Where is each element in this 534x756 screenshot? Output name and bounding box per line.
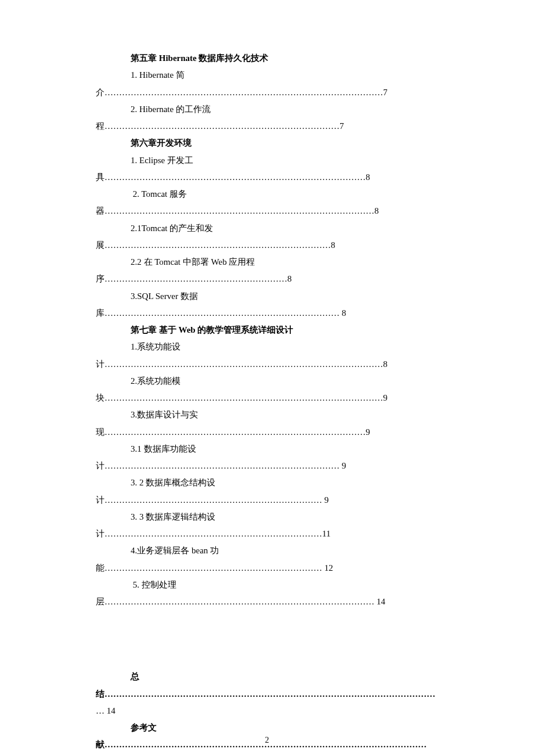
toc-line: 3.数据库设计与实 <box>96 406 438 423</box>
toc-line: 程………………………………………………………………………7 <box>96 118 438 135</box>
toc-line: 计……………………………………………………………………………………8 <box>96 356 438 373</box>
toc-text: 介……………………………………………………………………………………7 <box>96 88 388 97</box>
toc-line: 5. 控制处理 <box>96 577 438 593</box>
toc-text: 总 <box>131 672 139 681</box>
toc-line: 4.业务逻辑层各 bean 功 <box>96 542 438 559</box>
document-page: 第五章 Hibernate 数据库持久化技术1. Hibernate 简介………… <box>0 0 534 756</box>
toc-line: 计…………………………………………………………………11 <box>96 525 438 542</box>
toc-text: 3. 2 数据库概念结构设 <box>131 478 215 487</box>
toc-text: 3. 3 数据库逻辑结构设 <box>131 512 215 521</box>
toc-text: 第六章开发环境 <box>131 138 192 147</box>
toc-text: 2. Tomcat 服务 <box>131 189 187 199</box>
toc-text: 第五章 Hibernate 数据库持久化技术 <box>131 53 269 63</box>
toc-text: 3.数据库设计与实 <box>131 410 198 419</box>
toc-line: 1. Hibernate 简 <box>96 67 438 84</box>
toc-line: 介……………………………………………………………………………………7 <box>96 84 438 101</box>
toc-line: 序………………………………………………………8 <box>96 271 438 287</box>
toc-text: 计……………………………………………………………………… 9 <box>96 461 346 470</box>
toc-line: 2. Hibernate 的工作流 <box>96 101 438 118</box>
toc-line: 块……………………………………………………………………………………9 <box>96 390 438 406</box>
toc-line: 2.2 在 Tomcat 中部署 Web 应用程 <box>96 254 438 271</box>
toc-text: 计…………………………………………………………………11 <box>96 529 330 538</box>
toc-text: 展……………………………………………………………………8 <box>96 240 335 250</box>
toc-line: 1. Eclipse 开发工 <box>96 152 438 169</box>
toc-line: 3.SQL Server 数据 <box>96 288 438 305</box>
toc-line: 3. 2 数据库概念结构设 <box>96 474 438 491</box>
toc-text: 第七章 基于 Web 的教学管理系统详细设计 <box>131 325 293 334</box>
toc-text: 结…………………………………………………………………………………………………… <box>96 689 435 699</box>
toc-line: 2. Tomcat 服务 <box>96 186 438 203</box>
toc-line: 总 <box>96 668 438 685</box>
toc-text: 参考文 <box>131 723 157 732</box>
toc-text: 1. Hibernate 简 <box>131 70 185 80</box>
toc-text: 计………………………………………………………………… 9 <box>96 495 329 505</box>
toc-line: 2.1Tomcat 的产生和发 <box>96 220 438 237</box>
toc-entries: 第五章 Hibernate 数据库持久化技术1. Hibernate 简介………… <box>96 50 438 610</box>
toc-text: 2.系统功能模 <box>131 376 181 386</box>
toc-line: 14 <box>96 754 438 757</box>
toc-line: 第五章 Hibernate 数据库持久化技术 <box>96 50 438 67</box>
toc-line: … 14 <box>96 703 438 719</box>
toc-text: 序………………………………………………………8 <box>96 274 292 283</box>
page-number: 2 <box>0 732 534 748</box>
toc-line: 计………………………………………………………………… 9 <box>96 492 438 509</box>
toc-text: 3.1 数据库功能设 <box>131 444 196 453</box>
toc-text: 能………………………………………………………………… 12 <box>96 563 333 573</box>
toc-line: 3. 3 数据库逻辑结构设 <box>96 509 438 525</box>
toc-text: 具………………………………………………………………………………8 <box>96 172 370 182</box>
toc-line: 库……………………………………………………………………… 8 <box>96 305 438 322</box>
toc-line: 展……………………………………………………………………8 <box>96 237 438 254</box>
toc-text: 2. Hibernate 的工作流 <box>131 105 211 114</box>
toc-text: 现………………………………………………………………………………9 <box>96 427 370 437</box>
toc-text: … 14 <box>96 706 116 715</box>
toc-line: 器…………………………………………………………………………………8 <box>96 203 438 219</box>
toc-line: 1.系统功能设 <box>96 339 438 355</box>
toc-line: 结…………………………………………………………………………………………………… <box>96 686 438 703</box>
toc-line: 3.1 数据库功能设 <box>96 441 438 458</box>
toc-line: 第六章开发环境 <box>96 135 438 152</box>
toc-text: 层………………………………………………………………………………… 14 <box>96 597 385 606</box>
toc-line: 现………………………………………………………………………………9 <box>96 424 438 441</box>
section-gap <box>96 610 438 668</box>
toc-line: 具………………………………………………………………………………8 <box>96 169 438 186</box>
toc-text: 2.2 在 Tomcat 中部署 Web 应用程 <box>131 257 255 267</box>
toc-text: 1. Eclipse 开发工 <box>131 156 193 165</box>
toc-line: 2.系统功能模 <box>96 373 438 390</box>
toc-text: 程………………………………………………………………………7 <box>96 121 344 131</box>
toc-text: 器…………………………………………………………………………………8 <box>96 206 379 215</box>
toc-text: 3.SQL Server 数据 <box>131 291 198 301</box>
toc-text: 1.系统功能设 <box>131 342 181 351</box>
toc-text: 5. 控制处理 <box>131 580 176 589</box>
toc-text: 2.1Tomcat 的产生和发 <box>131 224 213 233</box>
toc-line: 能………………………………………………………………… 12 <box>96 560 438 577</box>
toc-text: 库……………………………………………………………………… 8 <box>96 308 346 318</box>
toc-text: 4.业务逻辑层各 bean 功 <box>131 546 219 555</box>
toc-line: 计……………………………………………………………………… 9 <box>96 458 438 474</box>
toc-text: 计……………………………………………………………………………………8 <box>96 359 388 369</box>
toc-line: 层………………………………………………………………………………… 14 <box>96 593 438 610</box>
toc-line: 第七章 基于 Web 的教学管理系统详细设计 <box>96 322 438 339</box>
toc-text: 块……………………………………………………………………………………9 <box>96 393 388 402</box>
